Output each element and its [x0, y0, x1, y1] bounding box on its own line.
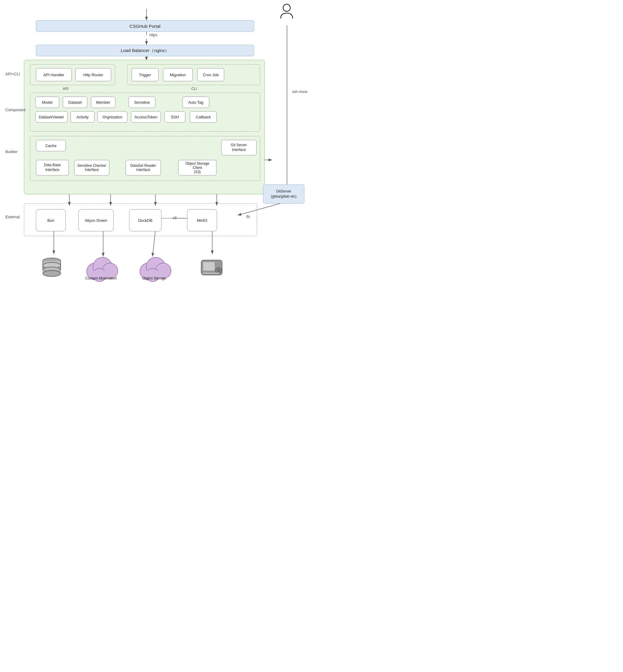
cli-sub-label: CLI	[191, 87, 197, 91]
cron-job-box: Cron Job	[197, 68, 224, 81]
svg-rect-40	[203, 262, 215, 271]
cache-box: Cache	[36, 140, 66, 151]
database-interface-box: Data Base Interface	[36, 160, 69, 175]
builder-label: Builder	[5, 149, 17, 154]
svg-rect-43	[203, 273, 219, 274]
external-label: External	[5, 215, 20, 219]
hdd-icon	[197, 253, 227, 283]
sensitive-box: Sensitive	[128, 96, 155, 108]
portal-box: CSGHub Portal	[36, 20, 254, 32]
svg-point-42	[217, 269, 220, 272]
activity-box: Activity	[70, 111, 94, 122]
user-icon	[279, 3, 294, 20]
minio-box: MinIO	[187, 209, 217, 231]
dataset-box: Dataset	[63, 96, 87, 108]
auto-tag-box: Auto Tag	[182, 96, 209, 108]
ssh-box: SSH	[165, 111, 185, 122]
api-sub-label: API	[63, 87, 68, 91]
dataset-reader-box: DataSet Reader Interface	[125, 160, 161, 175]
object-storage-client-box: Object Storage Client (S3)	[178, 160, 216, 175]
content-moderation-cloud: Content Moderation	[80, 251, 122, 283]
trigger-box: Trigger	[131, 68, 158, 81]
git-server-interface-box: Git Server Interface	[221, 140, 257, 155]
diagram-container: ssh clone CSGHub Portal https Load Balan…	[0, 0, 312, 336]
s3-label: s3	[173, 216, 177, 220]
callback-box: Callback	[190, 111, 217, 122]
http-router-box: Http Router	[75, 68, 111, 81]
api-handler-box: API Handler	[36, 68, 72, 81]
ssh-clone-label: ssh clone	[292, 90, 307, 94]
duckdb-box: DuckDB	[129, 209, 161, 231]
sensitive-checker-box: Sensitive Checker Interface	[74, 160, 110, 175]
bun-box: Bun	[36, 209, 66, 231]
svg-point-20	[283, 4, 290, 11]
dataset-viewer-box: DatasetViewer	[35, 111, 67, 122]
load-balancer-box: Load Balancer（nginx）	[36, 45, 254, 56]
api-cli-label: API+CLI	[5, 72, 20, 76]
migration-box: Migration	[163, 68, 193, 81]
model-box: Model	[35, 96, 59, 108]
database-icon	[38, 254, 65, 281]
object-storage-cloud: Object Storage	[133, 251, 175, 283]
component-label: Component	[5, 108, 25, 112]
svg-point-28	[43, 270, 61, 276]
git-server-box: GitServer (gitea/gitlab etc)	[263, 184, 304, 204]
organization-box: Orgnization	[97, 111, 127, 122]
access-token-box: AccessToken	[131, 111, 161, 122]
member-box: Member	[91, 96, 115, 108]
lfs-label: lfs	[246, 215, 250, 219]
aliyun-green-box: Aliyun Green	[78, 209, 114, 231]
https-label: https	[149, 33, 157, 37]
